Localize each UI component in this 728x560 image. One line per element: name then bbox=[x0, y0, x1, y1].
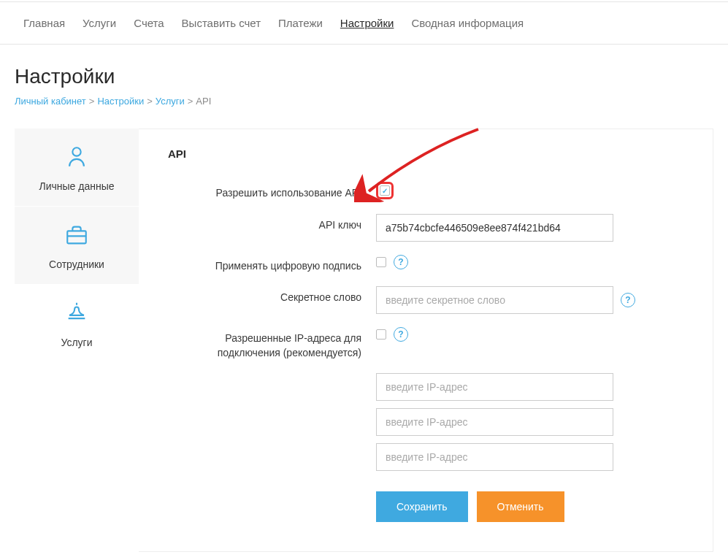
nav-item[interactable]: Счета bbox=[125, 2, 172, 44]
help-icon[interactable]: ? bbox=[621, 293, 635, 307]
svg-rect-1 bbox=[67, 231, 86, 243]
top-navigation: ГлавнаяУслугиСчетаВыставить счетПлатежиН… bbox=[0, 1, 728, 45]
breadcrumb-item[interactable]: Личный кабинет bbox=[15, 96, 86, 107]
sidebar-item-label: Услуги bbox=[61, 337, 92, 348]
ip-address-input[interactable] bbox=[376, 373, 613, 401]
allow-api-highlight bbox=[376, 182, 394, 199]
breadcrumb-separator: > bbox=[188, 96, 194, 107]
nav-item[interactable]: Платежи bbox=[269, 2, 332, 44]
svg-point-0 bbox=[72, 147, 80, 156]
save-button[interactable]: Сохранить bbox=[376, 491, 468, 522]
page-title: Настройки bbox=[0, 45, 728, 96]
help-icon[interactable]: ? bbox=[394, 327, 408, 342]
allowed-ip-checkbox[interactable] bbox=[376, 329, 386, 340]
sidebar-item-label: Личные данные bbox=[39, 180, 114, 192]
secret-label: Секретное слово bbox=[168, 286, 376, 305]
api-key-label: API ключ bbox=[168, 214, 376, 233]
ip-address-input[interactable] bbox=[376, 408, 613, 436]
breadcrumb: Личный кабинет>Настройки>Услуги>API bbox=[0, 96, 728, 129]
help-icon[interactable]: ? bbox=[394, 255, 408, 269]
allow-api-label: Разрешить использование API bbox=[168, 182, 376, 201]
sidebar-item-services[interactable]: Услуги bbox=[15, 285, 139, 363]
breadcrumb-item[interactable]: Настройки bbox=[97, 96, 144, 107]
breadcrumb-separator: > bbox=[89, 96, 95, 107]
allow-api-checkbox[interactable] bbox=[380, 185, 390, 196]
settings-sidebar: Личные данныеСотрудникиУслуги bbox=[15, 129, 139, 552]
sidebar-item-employees[interactable]: Сотрудники bbox=[15, 207, 139, 285]
breadcrumb-item[interactable]: Услуги bbox=[156, 96, 185, 107]
ip-address-input[interactable] bbox=[376, 443, 613, 471]
breadcrumb-separator: > bbox=[147, 96, 153, 107]
person-icon bbox=[22, 145, 131, 172]
nav-item[interactable]: Услуги bbox=[74, 2, 125, 44]
digital-sign-label: Применять цифровую подпись bbox=[168, 255, 376, 274]
settings-content: API Разрешить использование API API ключ… bbox=[139, 129, 713, 552]
bell-icon bbox=[22, 301, 131, 329]
sidebar-item-label: Сотрудники bbox=[49, 258, 104, 270]
allowed-ip-label: Разрешенные IP-адреса для подключения (р… bbox=[168, 327, 376, 360]
sidebar-item-personal[interactable]: Личные данные bbox=[15, 129, 139, 207]
cancel-button[interactable]: Отменить bbox=[477, 491, 564, 522]
nav-item[interactable]: Выставить счет bbox=[173, 2, 269, 44]
api-key-input[interactable] bbox=[376, 214, 613, 242]
secret-input[interactable] bbox=[376, 286, 613, 314]
digital-sign-checkbox[interactable] bbox=[376, 257, 386, 267]
breadcrumb-item: API bbox=[196, 96, 211, 107]
nav-item[interactable]: Главная bbox=[15, 2, 74, 44]
briefcase-icon bbox=[22, 223, 131, 250]
nav-item[interactable]: Настройки bbox=[332, 2, 403, 44]
nav-item[interactable]: Сводная информация bbox=[402, 2, 532, 44]
section-title-api: API bbox=[168, 147, 691, 160]
